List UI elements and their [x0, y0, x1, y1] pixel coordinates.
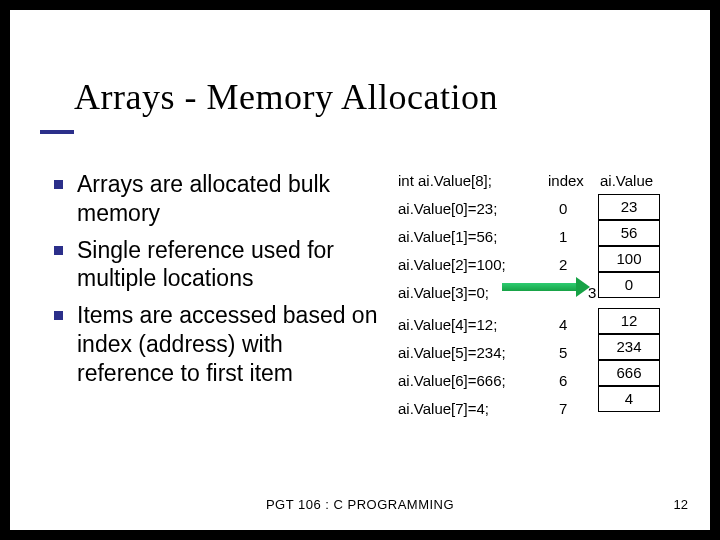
code-line: ai.Value[5]=234;	[398, 344, 506, 361]
column-header-value: ai.Value	[600, 172, 653, 189]
value-cell: 666	[598, 360, 660, 386]
footer-text: PGT 106 : C PROGRAMMING	[10, 497, 710, 512]
code-line: ai.Value[7]=4;	[398, 400, 489, 417]
column-header-index: index	[548, 172, 584, 189]
code-line: ai.Value[3]=0;	[398, 284, 489, 301]
slide-title: Arrays - Memory Allocation	[74, 76, 498, 118]
index-value: 7	[559, 400, 567, 417]
code-line: ai.Value[1]=56;	[398, 228, 497, 245]
array-declaration: int ai.Value[8];	[398, 172, 492, 189]
bullet-square-icon	[54, 311, 63, 320]
bullet-square-icon	[54, 246, 63, 255]
value-cell: 56	[598, 220, 660, 246]
list-item: Single reference used for multiple locat…	[54, 236, 378, 294]
list-item: Arrays are allocated bulk memory	[54, 170, 378, 228]
index-value: 5	[559, 344, 567, 361]
index-value: 4	[559, 316, 567, 333]
value-cell: 4	[598, 386, 660, 412]
page-number: 12	[674, 497, 688, 512]
slide: Arrays - Memory Allocation Arrays are al…	[10, 10, 710, 530]
value-cell: 23	[598, 194, 660, 220]
bullet-text: Items are accessed based on index (addre…	[77, 301, 378, 387]
code-line: ai.Value[2]=100;	[398, 256, 506, 273]
bullet-text: Arrays are allocated bulk memory	[77, 170, 378, 228]
index-value: 2	[559, 256, 567, 273]
list-item: Items are accessed based on index (addre…	[54, 301, 378, 387]
arrow-icon	[502, 279, 590, 295]
value-cell: 0	[598, 272, 660, 298]
bullet-text: Single reference used for multiple locat…	[77, 236, 378, 294]
title-accent-bar	[40, 130, 74, 134]
code-line: ai.Value[6]=666;	[398, 372, 506, 389]
bullet-list: Arrays are allocated bulk memory Single …	[54, 170, 378, 395]
value-cell: 234	[598, 334, 660, 360]
code-line: ai.Value[0]=23;	[398, 200, 497, 217]
value-cell: 100	[598, 246, 660, 272]
code-line: ai.Value[4]=12;	[398, 316, 497, 333]
index-value: 6	[559, 372, 567, 389]
bullet-square-icon	[54, 180, 63, 189]
value-cell: 12	[598, 308, 660, 334]
index-value: 1	[559, 228, 567, 245]
index-value: 3	[588, 284, 596, 301]
index-value: 0	[559, 200, 567, 217]
